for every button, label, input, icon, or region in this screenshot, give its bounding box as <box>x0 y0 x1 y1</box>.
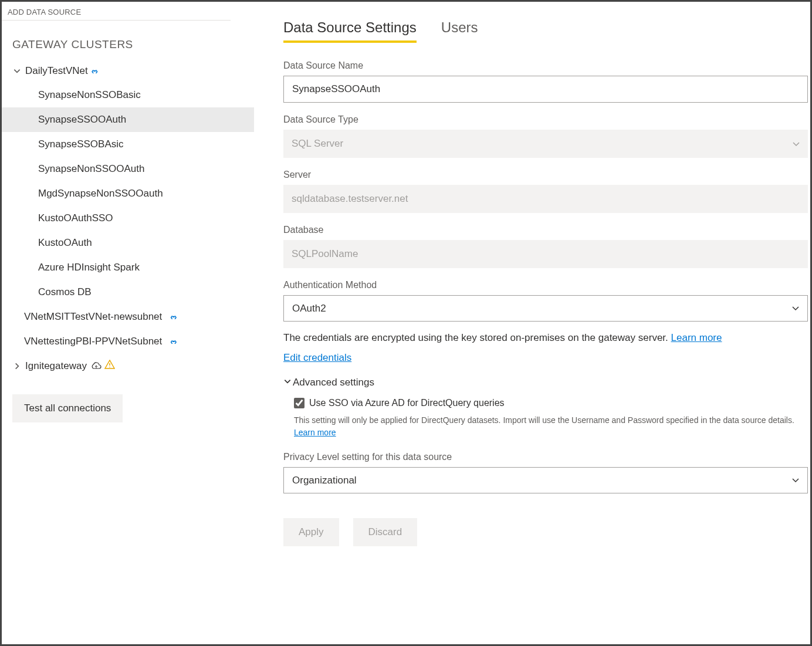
discard-button[interactable]: Discard <box>353 518 418 546</box>
data-source-item[interactable]: SynapseNonSSOBasic <box>2 83 254 107</box>
sso-checkbox-label: Use SSO via Azure AD for DirectQuery que… <box>309 398 505 408</box>
database-label: Database <box>283 225 808 235</box>
cluster-label: VNetMSITTestVNet-newsubnet <box>24 311 162 323</box>
server-value: sqldatabase.testserver.net <box>292 193 408 205</box>
data-source-item[interactable]: KustoOAuthSSO <box>2 206 254 231</box>
sidebar: ADD DATA SOURCE GATEWAY CLUSTERS DailyTe… <box>2 2 254 644</box>
cluster-vnetmsit[interactable]: VNetMSITTestVNet-newsubnet ‹··› <box>2 305 254 329</box>
chevron-right-icon <box>12 361 22 371</box>
data-source-name-input[interactable] <box>283 76 808 103</box>
data-source-item[interactable]: Azure HDInsight Spark <box>2 255 254 280</box>
database-field: SQLPoolName <box>283 240 808 268</box>
credentials-info: The credentials are encrypted using the … <box>283 332 808 344</box>
cluster-dailytestvnet[interactable]: DailyTestVNet ‹··› <box>2 59 254 83</box>
data-source-type-label: Data Source Type <box>283 114 808 125</box>
auth-method-select[interactable]: OAuth2 <box>283 295 808 322</box>
chevron-down-icon <box>283 377 292 388</box>
data-source-item-selected[interactable]: SynapseSSOOAuth <box>2 107 254 132</box>
data-source-item[interactable]: SynapseNonSSOOAuth <box>2 157 254 181</box>
sso-checkbox[interactable] <box>294 398 304 408</box>
server-label: Server <box>283 170 808 180</box>
data-source-item[interactable]: Cosmos DB <box>2 280 254 305</box>
data-source-type-select[interactable]: SQL Server <box>283 130 808 158</box>
data-source-type-value: SQL Server <box>292 138 343 150</box>
data-source-item[interactable]: KustoOAuth <box>2 231 254 255</box>
svg-point-1 <box>109 367 110 368</box>
cluster-vnettesting[interactable]: VNettestingPBI-PPVNetSubnet ‹··› <box>2 329 254 354</box>
learn-more-link[interactable]: Learn more <box>671 332 722 343</box>
advanced-settings-toggle[interactable]: Advanced settings <box>283 377 808 388</box>
main-panel: Data Source Settings Users Data Source N… <box>254 2 810 644</box>
chevron-down-icon <box>793 138 800 150</box>
chevron-down-icon <box>12 66 22 76</box>
cluster-label: Ignitegateway <box>25 360 87 372</box>
apply-button[interactable]: Apply <box>283 518 339 546</box>
privacy-level-select[interactable]: Organizational <box>283 467 808 493</box>
add-data-source-header[interactable]: ADD DATA SOURCE <box>2 6 231 21</box>
cluster-label: DailyTestVNet <box>25 65 88 77</box>
data-source-item[interactable]: SynapseSSOBAsic <box>2 132 254 157</box>
tabs: Data Source Settings Users <box>283 19 808 43</box>
privacy-level-label: Privacy Level setting for this data sour… <box>283 452 808 462</box>
sync-icon: ‹··› <box>170 312 175 322</box>
data-source-item[interactable]: MgdSynapseNonSSOOauth <box>2 181 254 206</box>
sso-checkbox-row: Use SSO via Azure AD for DirectQuery que… <box>294 398 808 408</box>
cluster-ignitegateway[interactable]: Ignitegateway <box>2 354 254 378</box>
data-source-name-label: Data Source Name <box>283 60 808 71</box>
tab-settings[interactable]: Data Source Settings <box>283 19 417 43</box>
test-all-connections-button[interactable]: Test all connections <box>12 394 123 422</box>
warning-icon <box>104 360 115 372</box>
cluster-label: VNettestingPBI-PPVNetSubnet <box>24 336 162 347</box>
sync-icon: ‹··› <box>170 337 175 346</box>
auth-method-label: Authentication Method <box>283 280 808 290</box>
button-row: Apply Discard <box>283 518 808 546</box>
tab-users[interactable]: Users <box>441 19 478 43</box>
sso-help-text: This setting will only be applied for Di… <box>294 414 808 439</box>
edit-credentials-link[interactable]: Edit credentials <box>283 352 351 363</box>
database-value: SQLPoolName <box>292 248 358 260</box>
cloud-sync-icon <box>90 362 102 370</box>
server-field: sqldatabase.testserver.net <box>283 185 808 213</box>
sync-icon: ‹··› <box>92 66 97 76</box>
gateway-clusters-label: GATEWAY CLUSTERS <box>2 21 254 59</box>
learn-more-link[interactable]: Learn more <box>294 428 336 437</box>
